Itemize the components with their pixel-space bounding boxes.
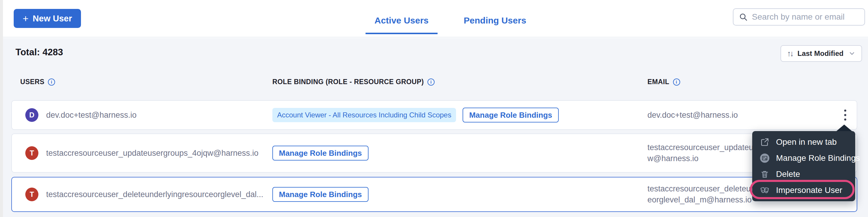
page-header: + New User Active Users Pending Users [3, 0, 868, 37]
tab-pending-users[interactable]: Pending Users [455, 15, 535, 34]
user-name: dev.doc+test@harness.io [46, 111, 136, 120]
info-icon[interactable]: i [48, 78, 55, 85]
tab-active-users[interactable]: Active Users [366, 15, 438, 34]
search-icon [739, 12, 748, 22]
column-header-role-binding-label: ROLE BINDING (ROLE - RESOURCE GROUP) [272, 78, 424, 86]
manage-role-bindings-button[interactable]: Manage Role Bindings [272, 146, 369, 160]
context-menu-caret [836, 124, 852, 131]
column-header-users: USERS i [20, 78, 55, 86]
info-icon[interactable]: i [428, 78, 435, 85]
column-header-email: EMAIL i [647, 78, 680, 86]
menu-item-label: Open in new tab [776, 137, 837, 147]
manage-role-bindings-icon [760, 153, 770, 164]
table-row[interactable]: D dev.doc+test@harness.io Account Viewer… [11, 100, 857, 130]
role-binding-badge: Account Viewer - All Resources Including… [272, 108, 456, 122]
table-row[interactable]: T testaccresourceuser_deleteunderlyingre… [11, 177, 857, 212]
avatar: T [25, 188, 38, 201]
email-cell: dev.doc+test@harness.io [647, 110, 814, 121]
plus-icon: + [23, 13, 29, 24]
sort-dropdown-label: Last Modified [798, 49, 844, 58]
total-count-label: Total: 4283 [16, 47, 63, 58]
avatar: D [25, 108, 38, 122]
sort-dropdown[interactable]: ↑↓ Last Modified [780, 45, 862, 62]
menu-item-label: Impersonate User [776, 185, 842, 195]
menu-item-label: Manage Role Bindings [776, 153, 860, 163]
menu-item-open-in-new-tab[interactable]: Open in new tab [752, 134, 855, 150]
page-left-edge [0, 0, 3, 217]
user-management-page: + New User Active Users Pending Users To… [0, 0, 868, 217]
column-header-users-label: USERS [20, 78, 44, 86]
trash-icon [760, 169, 770, 180]
manage-role-bindings-button[interactable]: Manage Role Bindings [272, 187, 369, 202]
menu-item-impersonate-user[interactable]: Impersonate User [752, 182, 855, 198]
kebab-menu-icon[interactable] [841, 107, 849, 124]
context-menu: Open in new tab Manage Role Bindings [752, 131, 855, 201]
info-icon[interactable]: i [673, 78, 680, 85]
chevron-down-icon [848, 50, 856, 58]
avatar: T [25, 146, 38, 160]
new-user-button-label: New User [33, 14, 72, 24]
impersonate-masks-icon [760, 185, 770, 195]
tab-bar: Active Users Pending Users [366, 15, 535, 34]
user-cell: T testaccresourceuser_deleteunderlyingre… [25, 188, 263, 201]
user-cell: T testaccresourceuser_updateusergroups_4… [25, 146, 258, 160]
manage-role-bindings-button[interactable]: Manage Role Bindings [463, 108, 559, 122]
open-in-new-tab-icon [760, 137, 770, 147]
column-header-role-binding: ROLE BINDING (ROLE - RESOURCE GROUP) i [272, 78, 435, 86]
user-name: testaccresourceuser_deleteunderlyingreso… [46, 190, 263, 199]
menu-item-manage-role-bindings[interactable]: Manage Role Bindings [752, 150, 855, 166]
role-binding-cell: Manage Role Bindings [272, 146, 369, 160]
menu-item-delete[interactable]: Delete [752, 166, 855, 182]
menu-item-label: Delete [776, 170, 800, 179]
new-user-button[interactable]: + New User [14, 9, 81, 28]
search-input[interactable] [752, 12, 859, 22]
table-row[interactable]: T testaccresourceuser_updateusergroups_4… [11, 134, 857, 173]
search-box[interactable] [733, 8, 865, 26]
role-binding-cell: Manage Role Bindings [272, 187, 369, 202]
user-name: testaccresourceuser_updateusergroups_4oj… [46, 149, 258, 158]
column-header-email-label: EMAIL [647, 78, 670, 86]
sort-direction-icon: ↑↓ [787, 49, 793, 58]
role-binding-cell: Account Viewer - All Resources Including… [272, 108, 559, 122]
user-cell: D dev.doc+test@harness.io [25, 108, 136, 122]
